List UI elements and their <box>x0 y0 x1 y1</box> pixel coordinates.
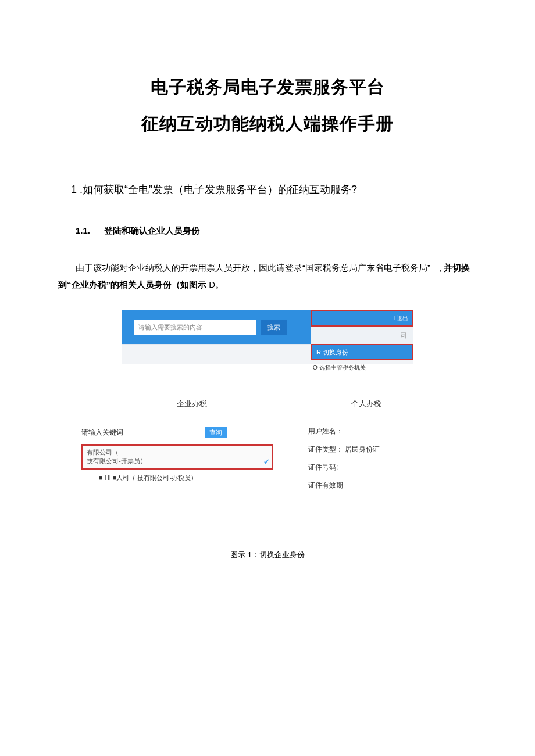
subsection-heading-1-1: 1.1. 登陆和确认企业人员身份 <box>58 225 477 237</box>
id-valid-label: 证件有效期 <box>308 481 343 489</box>
subsection-text: 登陆和确认企业人员身份 <box>104 225 200 235</box>
user-info-column: 用户姓名： 证件类型： 居民身份证 证件号码: 证件有效期 <box>308 427 380 499</box>
tab-enterprise[interactable]: 企业办税 <box>93 399 291 409</box>
id-number-row: 证件号码: <box>308 463 380 472</box>
enterprise-left-column: 请输入关键词 查询 有限公司（ 技有限公司-开票员） ✔ ■ HI ■人司（ 技… <box>81 427 285 482</box>
subsection-number: 1.1. <box>76 225 90 235</box>
id-number-label: 证件号码: <box>308 463 338 471</box>
keyword-row: 请输入关键词 查询 <box>81 427 285 438</box>
section-text: .如何获取“全电”发票（电子发票服务平台）的征纳互动服务? <box>80 184 357 195</box>
id-valid-row: 证件有效期 <box>308 481 380 490</box>
switch-identity-row[interactable]: R 切换身份 <box>311 344 413 360</box>
keyword-input[interactable] <box>129 427 199 438</box>
keyword-label: 请输入关键词 <box>81 428 123 438</box>
tab-personal[interactable]: 个人办税 <box>291 399 442 409</box>
figure-2-wrap: 企业办税 个人办税 请输入关键词 查询 有限公司（ 技有限公司-开票员） ✔ ■… <box>58 399 477 526</box>
id-type-label: 证件类型： <box>308 445 343 453</box>
screenshot-1: 请输入需要搜索的内容 搜索 I 退出 司 R 切换身份 O 选择主管税务机关 <box>122 310 413 364</box>
para-text-after: D。 <box>209 280 224 289</box>
para-text-before: 由于该功能对企业纳税人的开票用票人员开放，因此请登录“国家税务总局广东省电子税务… <box>76 263 441 273</box>
company-name-row: 司 <box>311 327 413 344</box>
query-button[interactable]: 查询 <box>205 427 227 438</box>
select-tax-authority-row[interactable]: O 选择主管税务机关 <box>311 360 413 372</box>
search-button[interactable]: 搜索 <box>261 320 287 335</box>
logout-row[interactable]: I 退出 <box>311 310 413 327</box>
search-input[interactable]: 请输入需要搜索的内容 <box>134 320 256 335</box>
select-tax-authority-label: O 选择主管税务机关 <box>313 364 366 371</box>
id-type-value: 居民身份证 <box>345 445 380 453</box>
check-icon: ✔ <box>263 457 270 467</box>
title-line-1: 电子税务局电子发票服务平台 <box>58 76 477 99</box>
company-suffix: 司 <box>401 331 407 340</box>
screenshot-2: 企业办税 个人办税 请输入关键词 查询 有限公司（ 技有限公司-开票员） ✔ ■… <box>81 399 454 409</box>
switch-identity-label: R 切换身份 <box>316 348 348 357</box>
section-number: 1 <box>71 184 77 195</box>
section-heading-1: 1 .如何获取“全电”发票（电子发票服务平台）的征纳互动服务? <box>58 182 477 196</box>
company-item-2[interactable]: ■ HI ■人司（ 技有限公司-办税员） <box>81 474 233 482</box>
paragraph-1: 由于该功能对企业纳税人的开票用票人员开放，因此请登录“国家税务总局广东省电子税务… <box>58 260 477 293</box>
title-line-2: 征纳互动功能纳税人端操作手册 <box>58 112 477 136</box>
company-text-1b: 技有限公司-开票员） <box>87 457 147 464</box>
user-dropdown-panel: I 退出 司 R 切换身份 O 选择主管税务机关 <box>311 310 413 372</box>
company-text-1a: 有限公司（ <box>87 449 119 456</box>
identity-tabs: 企业办税 个人办税 <box>81 399 454 409</box>
document-title: 电子税务局电子发票服务平台 征纳互动功能纳税人端操作手册 <box>58 76 477 136</box>
figure-1-wrap: 请输入需要搜索的内容 搜索 I 退出 司 R 切换身份 O 选择主管税务机关 <box>58 310 477 364</box>
user-name-label: 用户姓名： <box>308 427 343 435</box>
logout-label: I 退出 <box>393 314 408 323</box>
user-name-row: 用户姓名： <box>308 427 380 436</box>
id-type-row: 证件类型： 居民身份证 <box>308 445 380 454</box>
company-selected-box[interactable]: 有限公司（ 技有限公司-开票员） ✔ <box>81 444 273 470</box>
figure-caption-1: 图示 1：切换企业身份 <box>58 550 477 560</box>
